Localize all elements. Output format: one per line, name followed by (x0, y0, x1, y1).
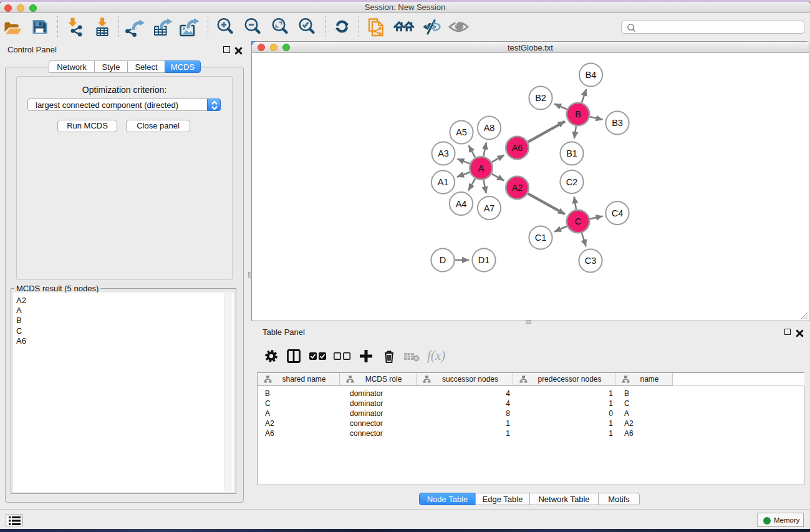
svg-text:B: B (575, 109, 581, 119)
svg-text:B2: B2 (535, 93, 546, 103)
svg-text:D1: D1 (478, 255, 490, 265)
svg-text:A2: A2 (512, 183, 523, 193)
svg-text:C1: C1 (535, 233, 547, 243)
svg-text:A4: A4 (456, 199, 467, 209)
svg-text:C4: C4 (612, 208, 624, 218)
svg-text:A6: A6 (512, 143, 523, 153)
svg-text:C3: C3 (585, 256, 597, 266)
svg-text:C2: C2 (566, 177, 578, 187)
svg-text:C: C (575, 216, 581, 226)
svg-text:B4: B4 (586, 70, 597, 80)
svg-text:A1: A1 (438, 177, 449, 187)
svg-text:B1: B1 (566, 148, 577, 158)
svg-text:A8: A8 (484, 123, 495, 133)
svg-text:A3: A3 (438, 148, 449, 158)
svg-text:A: A (478, 163, 485, 173)
svg-text:A5: A5 (456, 127, 467, 137)
svg-text:A7: A7 (484, 203, 495, 213)
svg-text:B3: B3 (612, 118, 623, 128)
svg-text:D: D (440, 255, 446, 265)
